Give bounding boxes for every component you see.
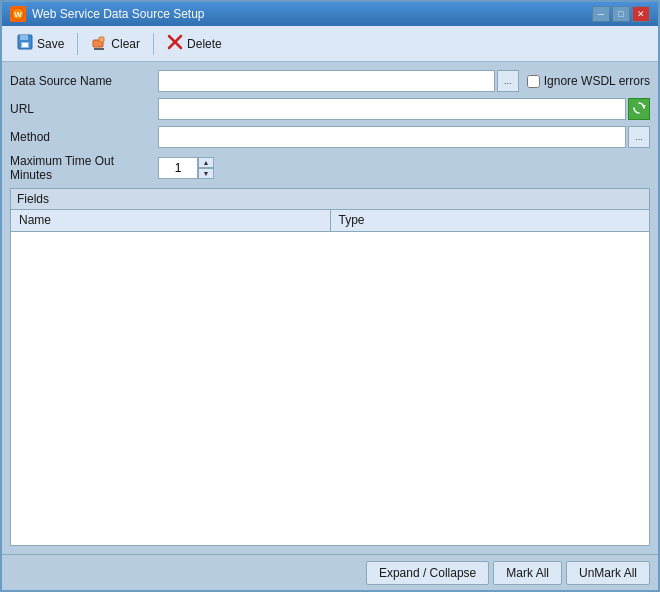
window-title: Web Service Data Source Setup: [32, 7, 586, 21]
mark-all-button[interactable]: Mark All: [493, 561, 562, 585]
url-input[interactable]: [158, 98, 626, 120]
separator-1: [77, 33, 78, 55]
svg-rect-3: [20, 35, 28, 40]
method-browse-button[interactable]: ...: [628, 126, 650, 148]
separator-2: [153, 33, 154, 55]
minimize-icon: ─: [598, 9, 604, 19]
save-icon: [17, 34, 33, 53]
data-source-name-label: Data Source Name: [10, 74, 150, 88]
max-timeout-row: Maximum Time Out Minutes ▲ ▼: [10, 154, 650, 182]
data-source-name-row: Data Source Name ... Ignore WSDL errors: [10, 70, 650, 92]
table-body: [11, 232, 649, 545]
close-icon: ✕: [637, 9, 645, 19]
clear-button[interactable]: Clear: [82, 30, 149, 58]
column-type-header: Type: [331, 210, 650, 231]
clear-icon: [91, 34, 107, 53]
unmark-all-button[interactable]: UnMark All: [566, 561, 650, 585]
max-timeout-group: ▲ ▼: [158, 157, 214, 179]
method-row: Method ...: [10, 126, 650, 148]
ignore-wsdl-checkbox[interactable]: [527, 75, 540, 88]
method-ellipsis-icon: ...: [635, 132, 643, 142]
max-timeout-label: Maximum Time Out Minutes: [10, 154, 150, 182]
spinner-buttons: ▲ ▼: [198, 157, 214, 179]
column-name-header: Name: [11, 210, 331, 231]
title-bar: W Web Service Data Source Setup ─ □ ✕: [2, 2, 658, 26]
bottom-bar: Expand / Collapse Mark All UnMark All: [2, 554, 658, 590]
table-header-row: Name Type: [11, 210, 649, 232]
delete-icon: [167, 34, 183, 53]
data-source-name-browse-button[interactable]: ...: [497, 70, 519, 92]
expand-collapse-button[interactable]: Expand / Collapse: [366, 561, 489, 585]
url-row: URL: [10, 98, 650, 120]
window-icon: W: [10, 6, 26, 22]
main-window: W Web Service Data Source Setup ─ □ ✕: [0, 0, 660, 592]
spinner-up-button[interactable]: ▲: [198, 157, 214, 168]
url-refresh-button[interactable]: [628, 98, 650, 120]
ignore-wsdl-text: Ignore WSDL errors: [544, 74, 650, 88]
close-button[interactable]: ✕: [632, 6, 650, 22]
svg-rect-5: [22, 43, 28, 47]
window-controls: ─ □ ✕: [592, 6, 650, 22]
delete-label: Delete: [187, 37, 222, 51]
max-timeout-input[interactable]: [158, 157, 198, 179]
method-group: ...: [158, 126, 650, 148]
restore-button[interactable]: □: [612, 6, 630, 22]
spinner-down-button[interactable]: ▼: [198, 168, 214, 179]
minimize-button[interactable]: ─: [592, 6, 610, 22]
save-button[interactable]: Save: [8, 30, 73, 58]
clear-label: Clear: [111, 37, 140, 51]
svg-rect-7: [99, 37, 104, 42]
url-group: [158, 98, 650, 120]
toolbar: Save Clear Delete: [2, 26, 658, 62]
save-label: Save: [37, 37, 64, 51]
restore-icon: □: [618, 9, 623, 19]
ignore-wsdl-label[interactable]: Ignore WSDL errors: [527, 74, 650, 88]
ellipsis-icon: ...: [504, 76, 512, 86]
url-label: URL: [10, 102, 150, 116]
fields-table: Name Type: [11, 210, 649, 545]
svg-text:W: W: [14, 10, 22, 19]
fields-header: Fields: [11, 189, 649, 210]
method-label: Method: [10, 130, 150, 144]
data-source-name-group: ...: [158, 70, 519, 92]
refresh-icon: [632, 101, 646, 117]
fields-section: Fields Name Type: [10, 188, 650, 546]
content-area: Data Source Name ... Ignore WSDL errors …: [2, 62, 658, 554]
delete-button[interactable]: Delete: [158, 30, 231, 58]
method-input[interactable]: [158, 126, 626, 148]
data-source-name-input[interactable]: [158, 70, 495, 92]
